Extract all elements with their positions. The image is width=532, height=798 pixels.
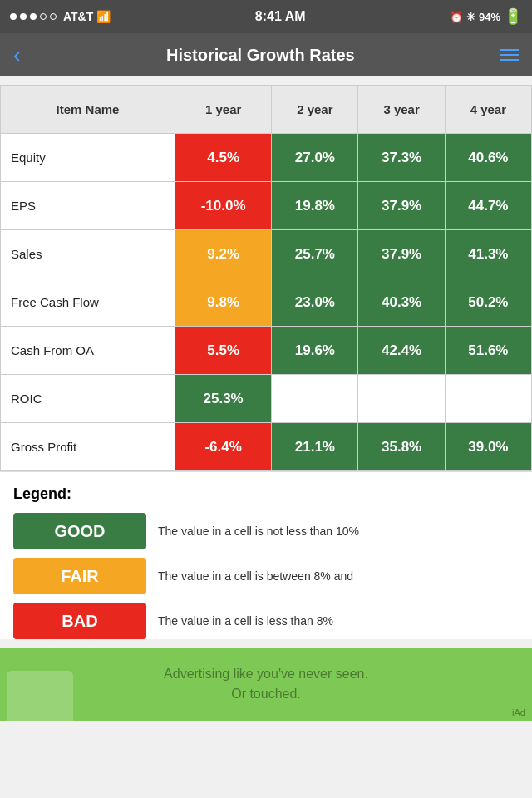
ad-line-2: Or touched. xyxy=(231,687,301,701)
legend-badge-bad: BAD xyxy=(13,603,146,639)
legend-badge-fair: FAIR xyxy=(13,558,146,594)
ad-label: iAd xyxy=(512,707,525,717)
cell-4-3: 51.6% xyxy=(445,327,531,375)
legend-item-2: BADThe value in a cell is less than 8% xyxy=(13,603,519,639)
cell-3-3: 50.2% xyxy=(445,278,531,327)
legend-item-0: GOODThe value in a cell is not less than… xyxy=(13,513,519,549)
status-right: ⏰ ✳ 94% 🔋 xyxy=(450,7,522,26)
menu-line-2 xyxy=(500,54,519,56)
cell-4-1: 19.6% xyxy=(272,327,358,375)
menu-line-3 xyxy=(500,59,519,61)
row-name-4: Cash From OA xyxy=(1,327,175,375)
signal-dot-1 xyxy=(10,13,17,20)
signal-dot-2 xyxy=(20,13,27,20)
cell-6-3: 39.0% xyxy=(445,423,531,471)
col-header-4year: 4 year xyxy=(445,86,531,134)
legend-section: Legend: GOODThe value in a cell is not l… xyxy=(0,472,532,639)
carrier-name: AT&T xyxy=(63,10,93,23)
signal-dot-3 xyxy=(30,13,37,20)
page-title: Historical Growth Rates xyxy=(166,46,355,65)
cell-4-2: 42.4% xyxy=(358,327,445,375)
ad-text: Advertising like you've never seen. Or t… xyxy=(164,664,368,704)
table-row: EPS-10.0%19.8%37.9%44.7% xyxy=(1,182,532,230)
cell-1-2: 37.9% xyxy=(358,182,445,230)
cell-5-3 xyxy=(445,375,531,423)
legend-badge-good: GOOD xyxy=(13,513,146,549)
cell-2-3: 41.3% xyxy=(445,230,531,278)
cell-0-1: 27.0% xyxy=(272,134,358,182)
table-row: Equity4.5%27.0%37.3%40.6% xyxy=(1,134,532,182)
row-name-1: EPS xyxy=(1,182,175,230)
cell-5-0: 25.3% xyxy=(175,375,272,423)
cell-6-0: -6.4% xyxy=(175,423,272,471)
legend-desc-0: The value in a cell is not less than 10% xyxy=(158,524,359,539)
cell-0-2: 37.3% xyxy=(358,134,445,182)
wifi-icon: 📶 xyxy=(96,10,111,23)
cell-1-1: 19.8% xyxy=(272,182,358,230)
cell-3-0: 9.8% xyxy=(175,278,272,327)
ad-line-1: Advertising like you've never seen. xyxy=(164,667,368,681)
cell-3-2: 40.3% xyxy=(358,278,445,327)
table-row: Gross Profit-6.4%21.1%35.8%39.0% xyxy=(1,423,532,471)
menu-line-1 xyxy=(500,49,519,51)
ad-banner: Advertising like you've never seen. Or t… xyxy=(0,648,532,721)
legend-title: Legend: xyxy=(13,485,519,503)
battery-icon: 🔋 xyxy=(504,7,522,26)
cell-6-1: 21.1% xyxy=(272,423,358,471)
cell-5-1 xyxy=(272,375,358,423)
cell-1-0: -10.0% xyxy=(175,182,272,230)
cell-4-0: 5.5% xyxy=(175,327,272,375)
nav-bar: ‹ Historical Growth Rates xyxy=(0,33,532,76)
growth-table: Item Name 1 year 2 year 3 year 4 year Eq… xyxy=(0,85,532,472)
col-header-item: Item Name xyxy=(1,86,175,134)
legend-desc-2: The value in a cell is less than 8% xyxy=(158,613,333,628)
bluetooth-icon: ✳ xyxy=(466,11,475,23)
status-time: 8:41 AM xyxy=(255,9,306,24)
cell-1-3: 44.7% xyxy=(445,182,531,230)
table-header-row: Item Name 1 year 2 year 3 year 4 year xyxy=(1,86,532,134)
cell-0-3: 40.6% xyxy=(445,134,531,182)
col-header-1year: 1 year xyxy=(175,86,272,134)
col-header-3year: 3 year xyxy=(358,86,445,134)
legend-item-1: FAIRThe value in a cell is between 8% an… xyxy=(13,558,519,594)
cell-2-2: 37.9% xyxy=(358,230,445,278)
cell-3-1: 23.0% xyxy=(272,278,358,327)
table-row: Free Cash Flow9.8%23.0%40.3%50.2% xyxy=(1,278,532,327)
cell-2-0: 9.2% xyxy=(175,230,272,278)
cell-2-1: 25.7% xyxy=(272,230,358,278)
row-name-6: Gross Profit xyxy=(1,423,175,471)
status-left: AT&T 📶 xyxy=(10,10,111,23)
cell-6-2: 35.8% xyxy=(358,423,445,471)
row-name-2: Sales xyxy=(1,230,175,278)
row-name-5: ROIC xyxy=(1,375,175,423)
table-row: Cash From OA5.5%19.6%42.4%51.6% xyxy=(1,327,532,375)
row-name-3: Free Cash Flow xyxy=(1,278,175,327)
table-row: ROIC25.3% xyxy=(1,375,532,423)
legend-items: GOODThe value in a cell is not less than… xyxy=(13,513,519,639)
menu-button[interactable] xyxy=(500,49,519,61)
signal-dot-4 xyxy=(40,13,47,20)
status-bar: AT&T 📶 8:41 AM ⏰ ✳ 94% 🔋 xyxy=(0,0,532,33)
back-button[interactable]: ‹ xyxy=(13,42,21,68)
cell-0-0: 4.5% xyxy=(175,134,272,182)
row-name-0: Equity xyxy=(1,134,175,182)
ad-device-image xyxy=(7,671,73,721)
col-header-2year: 2 year xyxy=(272,86,358,134)
signal-dot-5 xyxy=(50,13,57,20)
alarm-icon: ⏰ xyxy=(450,11,463,23)
table-row: Sales9.2%25.7%37.9%41.3% xyxy=(1,230,532,278)
battery-percent: 94% xyxy=(479,11,500,23)
legend-desc-1: The value in a cell is between 8% and xyxy=(158,569,353,584)
cell-5-2 xyxy=(358,375,445,423)
